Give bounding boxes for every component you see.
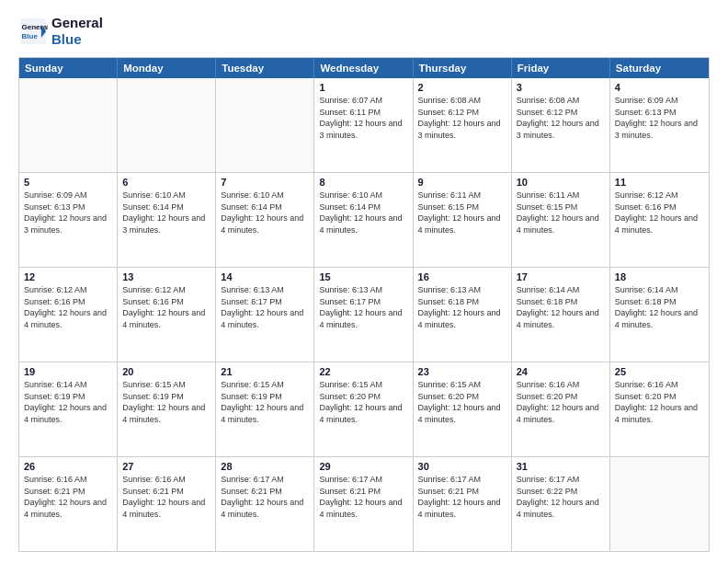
table-row: 12Sunrise: 6:12 AM Sunset: 6:16 PM Dayli…	[19, 268, 118, 362]
day-info: Sunrise: 6:14 AM Sunset: 6:19 PM Dayligh…	[24, 379, 112, 425]
logo-text: General Blue	[51, 15, 103, 48]
day-info: Sunrise: 6:15 AM Sunset: 6:19 PM Dayligh…	[122, 379, 210, 425]
day-info: Sunrise: 6:11 AM Sunset: 6:15 PM Dayligh…	[517, 190, 605, 236]
day-info: Sunrise: 6:16 AM Sunset: 6:21 PM Dayligh…	[24, 474, 112, 520]
day-number: 1	[319, 82, 407, 93]
calendar: SundayMondayTuesdayWednesdayThursdayFrid…	[18, 57, 710, 552]
table-row: 27Sunrise: 6:16 AM Sunset: 6:21 PM Dayli…	[118, 457, 216, 551]
table-row: 30Sunrise: 6:17 AM Sunset: 6:21 PM Dayli…	[414, 457, 512, 551]
cal-header-wednesday: Wednesday	[314, 58, 413, 78]
table-row: 15Sunrise: 6:13 AM Sunset: 6:17 PM Dayli…	[314, 268, 413, 362]
day-number: 25	[615, 366, 704, 377]
table-row: 21Sunrise: 6:15 AM Sunset: 6:19 PM Dayli…	[216, 362, 314, 456]
day-number: 15	[319, 271, 407, 282]
day-info: Sunrise: 6:17 AM Sunset: 6:21 PM Dayligh…	[418, 474, 506, 520]
day-number: 5	[24, 177, 112, 188]
day-number: 27	[122, 461, 210, 472]
table-row: 16Sunrise: 6:13 AM Sunset: 6:18 PM Dayli…	[414, 268, 512, 362]
table-row: 22Sunrise: 6:15 AM Sunset: 6:20 PM Dayli…	[314, 362, 413, 456]
day-number: 4	[615, 82, 704, 93]
day-number: 26	[24, 461, 112, 472]
calendar-body: 1Sunrise: 6:07 AM Sunset: 6:11 PM Daylig…	[19, 78, 709, 551]
day-info: Sunrise: 6:11 AM Sunset: 6:15 PM Dayligh…	[418, 190, 506, 236]
logo-icon: General Blue	[18, 17, 48, 46]
day-number: 17	[517, 271, 605, 282]
day-info: Sunrise: 6:15 AM Sunset: 6:20 PM Dayligh…	[418, 379, 506, 425]
day-info: Sunrise: 6:12 AM Sunset: 6:16 PM Dayligh…	[615, 190, 704, 236]
cal-header-friday: Friday	[512, 58, 610, 78]
cal-header-tuesday: Tuesday	[216, 58, 314, 78]
table-row: 4Sunrise: 6:09 AM Sunset: 6:13 PM Daylig…	[610, 78, 709, 172]
logo: General Blue General Blue	[18, 15, 103, 48]
day-number: 19	[24, 366, 112, 377]
day-number: 3	[517, 82, 605, 93]
table-row: 19Sunrise: 6:14 AM Sunset: 6:19 PM Dayli…	[19, 362, 118, 456]
table-row: 9Sunrise: 6:11 AM Sunset: 6:15 PM Daylig…	[414, 173, 512, 267]
page: General Blue General Blue SundayMondayTu…	[0, 0, 728, 563]
day-info: Sunrise: 6:07 AM Sunset: 6:11 PM Dayligh…	[319, 95, 407, 141]
table-row: 26Sunrise: 6:16 AM Sunset: 6:21 PM Dayli…	[19, 457, 118, 551]
day-number: 28	[221, 461, 309, 472]
table-row: 5Sunrise: 6:09 AM Sunset: 6:13 PM Daylig…	[19, 173, 118, 267]
day-info: Sunrise: 6:10 AM Sunset: 6:14 PM Dayligh…	[122, 190, 210, 236]
day-number: 12	[24, 271, 112, 282]
day-number: 14	[221, 271, 309, 282]
table-row: 7Sunrise: 6:10 AM Sunset: 6:14 PM Daylig…	[216, 173, 314, 267]
day-info: Sunrise: 6:15 AM Sunset: 6:20 PM Dayligh…	[319, 379, 407, 425]
day-info: Sunrise: 6:16 AM Sunset: 6:20 PM Dayligh…	[615, 379, 704, 425]
table-row	[19, 78, 118, 172]
header: General Blue General Blue	[18, 15, 710, 48]
day-info: Sunrise: 6:16 AM Sunset: 6:21 PM Dayligh…	[122, 474, 210, 520]
day-number: 9	[418, 177, 506, 188]
svg-text:Blue: Blue	[22, 32, 39, 40]
table-row: 1Sunrise: 6:07 AM Sunset: 6:11 PM Daylig…	[314, 78, 413, 172]
calendar-week-1: 1Sunrise: 6:07 AM Sunset: 6:11 PM Daylig…	[19, 78, 709, 172]
day-number: 13	[122, 271, 210, 282]
day-info: Sunrise: 6:12 AM Sunset: 6:16 PM Dayligh…	[24, 284, 112, 330]
table-row: 31Sunrise: 6:17 AM Sunset: 6:22 PM Dayli…	[512, 457, 610, 551]
table-row: 28Sunrise: 6:17 AM Sunset: 6:21 PM Dayli…	[216, 457, 314, 551]
calendar-week-3: 12Sunrise: 6:12 AM Sunset: 6:16 PM Dayli…	[19, 267, 709, 362]
day-info: Sunrise: 6:17 AM Sunset: 6:21 PM Dayligh…	[221, 474, 309, 520]
day-info: Sunrise: 6:15 AM Sunset: 6:19 PM Dayligh…	[221, 379, 309, 425]
table-row	[216, 78, 314, 172]
cal-header-sunday: Sunday	[19, 58, 118, 78]
day-info: Sunrise: 6:09 AM Sunset: 6:13 PM Dayligh…	[24, 190, 112, 236]
cal-header-thursday: Thursday	[414, 58, 512, 78]
table-row: 13Sunrise: 6:12 AM Sunset: 6:16 PM Dayli…	[118, 268, 216, 362]
table-row	[610, 457, 709, 551]
day-number: 8	[319, 177, 407, 188]
day-number: 22	[319, 366, 407, 377]
day-info: Sunrise: 6:16 AM Sunset: 6:20 PM Dayligh…	[517, 379, 605, 425]
day-number: 16	[418, 271, 506, 282]
day-info: Sunrise: 6:14 AM Sunset: 6:18 PM Dayligh…	[517, 284, 605, 330]
table-row: 8Sunrise: 6:10 AM Sunset: 6:14 PM Daylig…	[314, 173, 413, 267]
table-row: 11Sunrise: 6:12 AM Sunset: 6:16 PM Dayli…	[610, 173, 709, 267]
table-row: 10Sunrise: 6:11 AM Sunset: 6:15 PM Dayli…	[512, 173, 610, 267]
cal-header-saturday: Saturday	[610, 58, 709, 78]
calendar-week-5: 26Sunrise: 6:16 AM Sunset: 6:21 PM Dayli…	[19, 456, 709, 551]
day-number: 2	[418, 82, 506, 93]
day-number: 6	[122, 177, 210, 188]
table-row: 17Sunrise: 6:14 AM Sunset: 6:18 PM Dayli…	[512, 268, 610, 362]
calendar-header-row: SundayMondayTuesdayWednesdayThursdayFrid…	[19, 58, 709, 78]
day-info: Sunrise: 6:10 AM Sunset: 6:14 PM Dayligh…	[221, 190, 309, 236]
day-info: Sunrise: 6:13 AM Sunset: 6:17 PM Dayligh…	[319, 284, 407, 330]
table-row: 2Sunrise: 6:08 AM Sunset: 6:12 PM Daylig…	[414, 78, 512, 172]
table-row: 25Sunrise: 6:16 AM Sunset: 6:20 PM Dayli…	[610, 362, 709, 456]
table-row: 18Sunrise: 6:14 AM Sunset: 6:18 PM Dayli…	[610, 268, 709, 362]
table-row: 23Sunrise: 6:15 AM Sunset: 6:20 PM Dayli…	[414, 362, 512, 456]
day-info: Sunrise: 6:14 AM Sunset: 6:18 PM Dayligh…	[615, 284, 704, 330]
day-info: Sunrise: 6:17 AM Sunset: 6:22 PM Dayligh…	[517, 474, 605, 520]
day-number: 23	[418, 366, 506, 377]
day-info: Sunrise: 6:10 AM Sunset: 6:14 PM Dayligh…	[319, 190, 407, 236]
table-row: 20Sunrise: 6:15 AM Sunset: 6:19 PM Dayli…	[118, 362, 216, 456]
day-info: Sunrise: 6:13 AM Sunset: 6:18 PM Dayligh…	[418, 284, 506, 330]
calendar-week-2: 5Sunrise: 6:09 AM Sunset: 6:13 PM Daylig…	[19, 172, 709, 267]
table-row: 3Sunrise: 6:08 AM Sunset: 6:12 PM Daylig…	[512, 78, 610, 172]
day-number: 10	[517, 177, 605, 188]
day-info: Sunrise: 6:17 AM Sunset: 6:21 PM Dayligh…	[319, 474, 407, 520]
day-number: 18	[615, 271, 704, 282]
day-info: Sunrise: 6:08 AM Sunset: 6:12 PM Dayligh…	[418, 95, 506, 141]
cal-header-monday: Monday	[118, 58, 216, 78]
